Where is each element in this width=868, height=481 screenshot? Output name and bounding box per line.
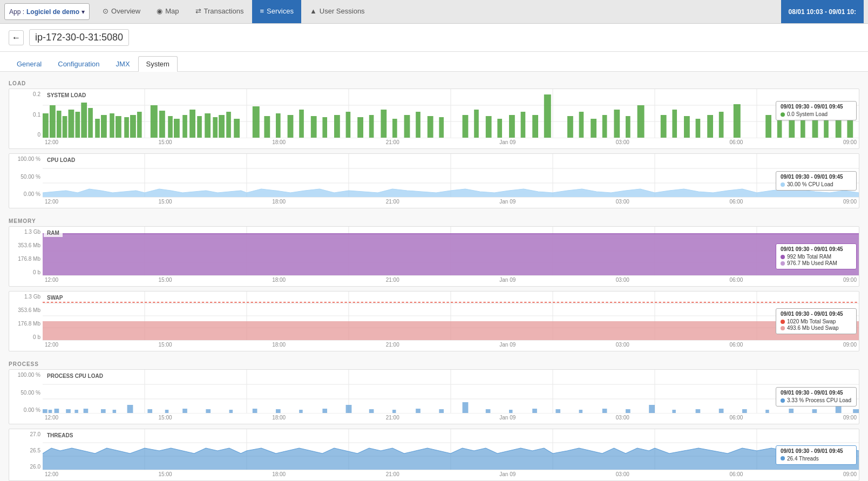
svg-rect-37: [264, 116, 270, 138]
tab-overview[interactable]: ⊙ Overview: [95, 0, 148, 23]
svg-rect-64: [602, 115, 607, 138]
process-cpu-dot: [781, 398, 785, 403]
svg-rect-49: [404, 115, 410, 138]
user-sessions-icon: ▲: [310, 7, 317, 15]
app-label: App :: [9, 8, 24, 16]
system-load-y-axis: 0.2 0.1 0: [9, 89, 43, 148]
svg-rect-9: [43, 113, 49, 138]
service-name-label: ip-172-30-0-31:5080: [29, 29, 129, 46]
process-cpu-load-chart: 100.00 % 50.00 % 0.00 % PROCESS CPU LOAD: [9, 369, 859, 424]
tab-transactions[interactable]: ⇄ Transactions: [188, 0, 252, 23]
process-cpu-load-y-axis: 100.00 % 50.00 % 0.00 %: [9, 370, 43, 424]
svg-rect-73: [719, 112, 724, 138]
svg-rect-55: [486, 116, 492, 138]
sub-tab-system[interactable]: System: [138, 56, 178, 72]
sub-tab-jmx[interactable]: JMX: [108, 56, 138, 71]
tab-user-sessions[interactable]: ▲ User Sessions: [302, 0, 372, 23]
swap-chart: 1.3 Gb 353.6 Mb 176.8 Mb 0 b SWAP: [9, 291, 859, 351]
svg-rect-163: [789, 409, 794, 413]
cpu-load-x-axis: 12:00 15:00 18:00 21:00 Jan 09 03:00 06:…: [43, 197, 859, 206]
svg-rect-138: [206, 409, 211, 413]
cpu-load-svg: [43, 154, 859, 197]
svg-rect-71: [696, 119, 701, 138]
svg-rect-46: [369, 115, 374, 138]
cpu-load-chart-body: CPU LOAD: [43, 154, 859, 208]
svg-rect-147: [416, 409, 421, 413]
svg-rect-130: [74, 410, 78, 413]
system-load-tooltip: 09/01 09:30 - 09/01 09:45 0.0 System Loa…: [776, 101, 857, 120]
tab-map[interactable]: ◉ Map: [149, 0, 186, 23]
svg-rect-68: [661, 115, 667, 138]
svg-rect-42: [322, 117, 327, 138]
svg-rect-142: [299, 410, 302, 413]
svg-rect-67: [638, 105, 645, 138]
svg-rect-79: [812, 119, 818, 138]
svg-rect-18: [101, 115, 107, 138]
svg-rect-159: [696, 409, 701, 413]
ram-chart-inner: 1.3 Gb 353.6 Mb 176.8 Mb 0 b RAM: [9, 227, 859, 286]
svg-rect-157: [649, 405, 655, 413]
threads-svg: [43, 429, 859, 470]
threads-y-axis: 27.0 26.5 26.0: [9, 429, 43, 480]
ram-chart: 1.3 Gb 353.6 Mb 176.8 Mb 0 b RAM: [9, 226, 859, 287]
svg-rect-57: [509, 115, 515, 138]
svg-rect-146: [392, 410, 396, 413]
svg-rect-69: [672, 110, 677, 138]
tab-services[interactable]: ≡ Services: [252, 0, 301, 23]
sub-tab-configuration[interactable]: Configuration: [50, 56, 107, 71]
overview-icon: ⊙: [103, 7, 109, 15]
svg-rect-74: [734, 104, 741, 138]
threads-x-axis: 12:00 15:00 18:00 21:00 Jan 09 03:00 06:…: [43, 470, 859, 478]
svg-rect-149: [463, 402, 469, 413]
cpu-load-dot: [781, 182, 785, 187]
svg-rect-58: [521, 112, 526, 138]
svg-rect-44: [346, 112, 351, 138]
svg-rect-50: [416, 112, 421, 138]
process-section-label: PROCESS: [9, 358, 859, 369]
svg-rect-53: [463, 115, 469, 138]
svg-rect-10: [50, 105, 56, 138]
threads-title: THREADS: [44, 430, 76, 439]
svg-rect-21: [124, 117, 129, 138]
system-load-svg: [43, 89, 859, 138]
swap-used-dot: [781, 326, 785, 330]
cpu-load-tooltip: 09/01 09:30 - 09/01 09:45 30.00 % CPU Lo…: [776, 171, 857, 191]
svg-rect-158: [672, 410, 675, 413]
back-button[interactable]: ←: [9, 30, 24, 45]
svg-rect-154: [579, 410, 582, 413]
svg-rect-48: [392, 119, 397, 138]
load-section: LOAD 0.2 0.1 0 SYSTEM LOAD: [9, 77, 859, 208]
svg-rect-17: [95, 119, 100, 138]
swap-title: SWAP: [44, 293, 66, 302]
sub-tabs-container: General Configuration JMX System: [0, 52, 868, 72]
svg-rect-162: [765, 410, 769, 413]
app-selector[interactable]: App : Logiciel de demo ▾: [4, 3, 90, 20]
sub-tab-general[interactable]: General: [9, 56, 50, 71]
time-range-display: 08/01 10:03 - 09/01 10:: [781, 0, 864, 23]
svg-rect-65: [614, 110, 620, 138]
load-section-label: LOAD: [9, 77, 859, 89]
ram-used-dot: [781, 261, 785, 266]
swap-chart-inner: 1.3 Gb 353.6 Mb 176.8 Mb 0 b SWAP: [9, 292, 859, 351]
process-cpu-load-x-axis: 12:00 15:00 18:00 21:00 Jan 09 03:00 06:…: [43, 413, 859, 422]
svg-rect-36: [253, 106, 260, 138]
svg-rect-28: [182, 115, 187, 138]
process-section: PROCESS 100.00 % 50.00 % 0.00 % PROCESS …: [9, 358, 859, 481]
svg-rect-148: [439, 409, 444, 413]
svg-rect-25: [159, 111, 165, 138]
svg-rect-54: [474, 110, 479, 138]
transactions-icon: ⇄: [195, 7, 201, 15]
svg-rect-40: [299, 110, 304, 138]
svg-rect-13: [69, 110, 74, 138]
svg-rect-129: [66, 409, 71, 413]
ram-chart-body: RAM: [43, 227, 859, 286]
svg-rect-164: [812, 409, 817, 413]
service-header: ← ip-172-30-0-31:5080: [0, 24, 868, 52]
svg-rect-143: [322, 409, 327, 413]
cpu-load-title: CPU LOAD: [44, 155, 78, 164]
svg-rect-27: [174, 119, 180, 138]
threads-chart-inner: 27.0 26.5 26.0 THREADS: [9, 429, 859, 480]
svg-rect-59: [532, 115, 538, 138]
svg-marker-115: [43, 321, 859, 340]
svg-rect-24: [151, 105, 158, 138]
